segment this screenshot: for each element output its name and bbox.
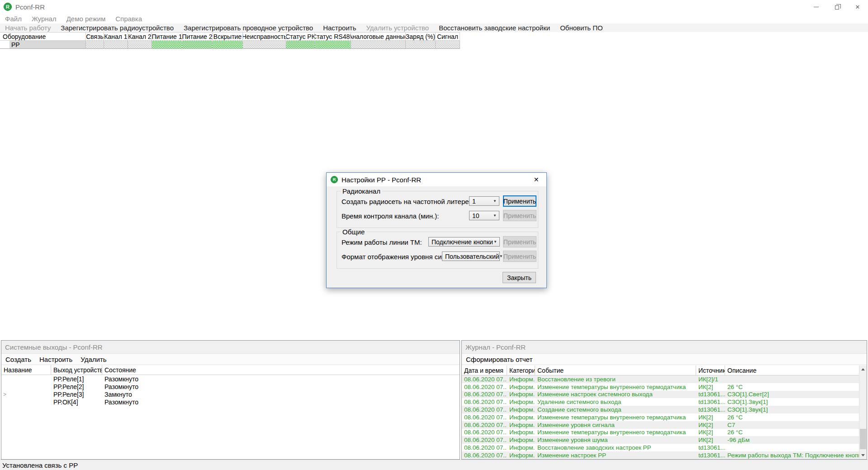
minimize-icon [814, 7, 819, 7]
output-row[interactable]: РР.Реле[2] Разомкнуто [1, 383, 460, 390]
device-cell-link [86, 41, 104, 48]
restore-icon [835, 5, 839, 9]
col-fault[interactable]: Неисправность [243, 33, 286, 40]
journal-panel: Журнал - Pconf-RR Сформировать отчет Дат… [461, 340, 867, 460]
journal-row[interactable]: 08.06.2020 07... Информ... Создание сист… [462, 406, 859, 413]
col-event[interactable]: Событие [535, 366, 696, 375]
chevron-down-icon: ▼ [499, 254, 503, 258]
status-bar: Установлена связь с РР [0, 460, 868, 470]
col-state[interactable]: Состояние [102, 365, 460, 375]
device-cell-signal [436, 41, 460, 48]
journal-row[interactable]: 08.06.2020 07... Информ... Изменение тем… [462, 413, 859, 421]
menu-file[interactable]: Файл [0, 15, 27, 23]
combo-tm-line-mode[interactable]: Подключение кнопки ▼ [428, 237, 500, 247]
close-button[interactable]: ✕ [847, 0, 868, 14]
minimize-button[interactable] [806, 0, 826, 14]
combo-control-time[interactable]: 10 ▼ [469, 211, 499, 220]
window-titlebar: R Pconf-RR ✕ [0, 0, 868, 14]
col-rk-status[interactable]: Статус РК [286, 33, 315, 40]
dialog-close-button[interactable]: ✕ [526, 173, 546, 186]
journal-row[interactable]: 08.06.2020 07... Информ... Изменение тем… [462, 429, 859, 437]
journal-row[interactable]: 08.06.2020 07... Информ... Изменение уро… [462, 421, 859, 429]
col-datetime[interactable]: Дата и время [462, 366, 507, 375]
menu-demo-mode[interactable]: Демо режим [62, 15, 111, 23]
toolbar-delete-device[interactable]: Удалить устройство [361, 24, 434, 32]
col-channel-2[interactable]: Канал 2 [128, 33, 152, 40]
col-equipment[interactable]: Оборудование [0, 33, 86, 40]
col-name[interactable]: Название [1, 365, 51, 375]
outputs-menu-configure[interactable]: Настроить [35, 356, 76, 363]
device-row-rr[interactable]: РР [0, 41, 460, 49]
status-text: Установлена связь с РР [2, 461, 78, 469]
col-charge[interactable]: Заряд (%) [406, 33, 436, 40]
col-source[interactable]: Источник [696, 366, 725, 375]
output-row[interactable]: > РР.Реле[3] Замкнуто [1, 390, 460, 398]
journal-panel-menubar: Сформировать отчет [462, 354, 867, 365]
journal-row[interactable]: 08.06.2020 07... Информ... Удаление сист… [462, 398, 859, 406]
group-radio-channel-label: Радиоканал [341, 187, 382, 195]
scroll-down-icon[interactable] [859, 451, 867, 459]
col-device-output[interactable]: Выход устройства [51, 365, 102, 375]
device-cell-power-2 [182, 41, 213, 48]
journal-row[interactable]: 08.06.2020 07... Информ... Восстановлени… [462, 375, 859, 383]
journal-row[interactable]: 08.06.2020 07... Информ... Изменение уро… [462, 436, 859, 444]
toolbar-register-radio-device[interactable]: Зарегистрировать радиоустройство [56, 24, 179, 32]
combo-frequency-letter[interactable]: 1 ▼ [469, 196, 499, 206]
toolbar-start-work[interactable]: Начать работу [0, 24, 56, 32]
outputs-table-header: Название Выход устройства Состояние [1, 365, 460, 375]
col-power-1[interactable]: Питание 1 [152, 33, 182, 40]
output-row[interactable]: РР.ОК[4] Разомкнуто [1, 398, 460, 406]
col-analog-data[interactable]: Аналоговые данные [351, 33, 406, 40]
caption-buttons: ✕ [806, 0, 868, 14]
apply-frequency-button[interactable]: Применить [503, 195, 536, 207]
col-rs485-status[interactable]: Статус RS485 [315, 33, 351, 40]
combo-signal-format[interactable]: Пользовательский ▼ [442, 252, 500, 261]
outputs-menu-delete[interactable]: Удалить [76, 356, 110, 363]
apply-control-time-button: Применить [503, 210, 536, 221]
journal-row[interactable]: 08.06.2020 07... Информ... Восстановлени… [462, 444, 859, 451]
dialog-close-icon: ✕ [534, 176, 539, 183]
outputs-panel-menubar: Создать Настроить Удалить [1, 354, 460, 365]
col-tamper[interactable]: Вскрытие [213, 33, 243, 40]
device-name-selection: РР [9, 41, 85, 48]
restore-button[interactable] [826, 0, 847, 14]
label-create-radio-network: Создать радиосеть на частотной литере: [342, 198, 471, 205]
toolbar-configure[interactable]: Настроить [318, 24, 361, 32]
close-dialog-button[interactable]: Закрыть [503, 272, 536, 283]
group-general: Общие Режим работы линии ТМ: Подключение… [337, 232, 538, 269]
menu-journal[interactable]: Журнал [27, 15, 62, 23]
journal-row[interactable]: 08.06.2020 07... Информ... Изменение тем… [462, 383, 859, 391]
device-cell-power-1 [152, 41, 182, 48]
label-tm-line-mode: Режим работы линии ТМ: [342, 238, 422, 246]
dialog-app-icon: R [331, 176, 338, 183]
menu-help[interactable]: Справка [110, 15, 147, 23]
toolbar-update-firmware[interactable]: Обновить ПО [555, 24, 608, 32]
settings-dialog: R Настройки РР - Pconf-RR ✕ Радиоканал С… [326, 172, 547, 288]
journal-scrollbar[interactable] [859, 366, 867, 459]
journal-row[interactable]: 08.06.2020 07... Информ... Изменение нас… [462, 391, 859, 399]
col-description[interactable]: Описание [725, 366, 859, 375]
output-row[interactable]: РР.Реле[1] Разомкнуто [1, 375, 460, 383]
app-icon: R [4, 3, 12, 11]
col-power-2[interactable]: Питание 2 [182, 33, 213, 40]
device-cell-charge [406, 41, 436, 48]
journal-menu-generate-report[interactable]: Сформировать отчет [462, 356, 536, 363]
system-outputs-panel: Системные выходы - Pconf-RR Создать Наст… [1, 340, 460, 460]
label-channel-control-time: Время контроля канала (мин.): [342, 212, 439, 220]
group-radio-channel: Радиоканал Создать радиосеть на частотно… [337, 191, 538, 228]
col-signal[interactable]: Сигнал [436, 33, 460, 40]
col-category[interactable]: Категория [507, 366, 535, 375]
col-link[interactable]: Связь [86, 33, 104, 40]
toolbar-register-wired-device[interactable]: Зарегистрировать проводное устройство [179, 24, 318, 32]
group-general-label: Общие [341, 228, 366, 236]
outputs-menu-create[interactable]: Создать [1, 356, 35, 363]
toolbar-factory-reset[interactable]: Восстановить заводские настройки [434, 24, 555, 32]
toolbar: Начать работу Зарегистрировать радиоустр… [0, 24, 868, 32]
scrollbar-thumb[interactable] [860, 429, 866, 449]
journal-row[interactable]: 08.06.2020 07... Информ... Изменение нас… [462, 451, 859, 459]
device-cell-channel-1 [104, 41, 128, 48]
dialog-titlebar[interactable]: R Настройки РР - Pconf-RR ✕ [327, 173, 546, 186]
col-channel-1[interactable]: Канал 1 [104, 33, 128, 40]
device-name-cell[interactable]: РР [0, 41, 86, 48]
scroll-up-icon[interactable] [859, 366, 867, 373]
